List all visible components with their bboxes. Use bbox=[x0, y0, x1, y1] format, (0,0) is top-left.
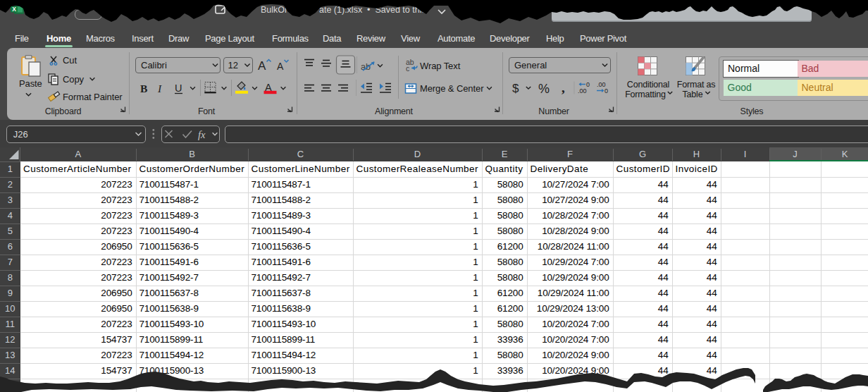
svg-text:X: X bbox=[12, 6, 16, 13]
